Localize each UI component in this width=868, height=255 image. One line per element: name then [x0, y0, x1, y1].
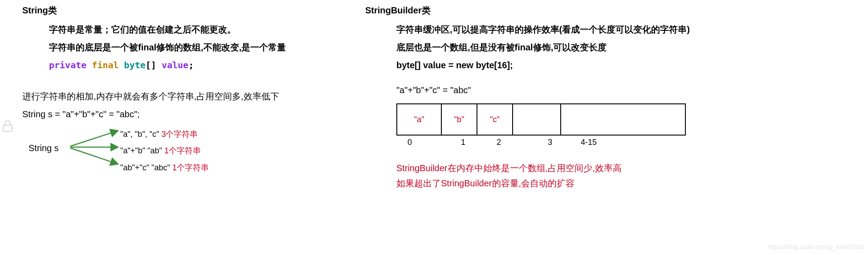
keyword-final: final: [92, 60, 118, 70]
tree-branch-2: "a"+"b" "ab" 1个字符串: [120, 145, 201, 156]
svg-rect-3: [3, 125, 12, 132]
index-0: 0: [396, 138, 419, 147]
array-cell-0: "a": [397, 104, 441, 135]
sb-concat-example: "a"+"b"+"c" = "abc": [396, 85, 708, 95]
tree-arrows-svg: [67, 124, 120, 177]
tree-root-label: String s: [29, 143, 59, 153]
code-brackets: []: [146, 60, 156, 70]
index-2: 2: [465, 138, 501, 147]
sb-title: StringBuilder类: [365, 4, 708, 16]
sb-array-diagram: "a" "b" "c" 0 1 2 3 4-15: [396, 103, 708, 147]
array-cell-1: "b": [441, 104, 477, 135]
svg-line-0: [70, 131, 118, 146]
array-cell-2: "c": [477, 104, 513, 135]
sb-code-line: byte[] value = new byte[16];: [396, 58, 708, 72]
string-example: String s = "a"+"b"+"c" = "abc";: [22, 107, 352, 121]
sb-desc-1: 字符串缓冲区,可以提高字符串的操作效率(看成一个长度可以变化的字符串): [396, 23, 708, 36]
sb-notes: StringBuilder在内存中始终是一个数组,占用空间少,效率高 如果超出了…: [396, 160, 708, 191]
code-var: value: [162, 60, 188, 70]
string-desc-1: 字符串是常量；它们的值在创建之后不能更改。: [49, 23, 352, 36]
keyword-byte: byte: [124, 60, 146, 70]
index-4-15: 4-15: [552, 138, 597, 147]
tree-branch-3: "ab"+"c" "abc" 1个字符串: [120, 162, 209, 173]
array-cell-3: [513, 104, 561, 135]
lock-icon: [0, 118, 15, 136]
code-semi: ;: [188, 60, 194, 70]
watermark-text: https://blog.csdn.net/qq_44407005: [768, 243, 864, 251]
string-tree-diagram: String s "a", "b", "c" 3个字符串 "a"+"b" "ab…: [22, 128, 352, 177]
string-desc-2: 字符串的底层是一个被final修饰的数组,不能改变,是一个常量: [49, 41, 352, 54]
sb-note-2: 如果超出了StringBuilder的容量,会自动的扩容: [396, 176, 708, 191]
keyword-private: private: [49, 60, 86, 70]
svg-line-2: [70, 148, 118, 164]
index-1: 1: [419, 138, 465, 147]
array-indices: 0 1 2 3 4-15: [396, 138, 708, 147]
string-section: String类 字符串是常量；它们的值在创建之后不能更改。 字符串的底层是一个被…: [13, 4, 365, 191]
index-3: 3: [501, 138, 552, 147]
sb-desc-2: 底层也是一个数组,但是没有被final修饰,可以改变长度: [396, 41, 708, 54]
string-desc-3: 进行字符串的相加,内存中就会有多个字符串,占用空间多,效率低下: [22, 90, 352, 103]
string-code-line: private final byte[] value;: [49, 58, 352, 72]
array-table: "a" "b" "c": [396, 103, 686, 136]
string-title: String类: [22, 4, 352, 16]
tree-branch-1: "a", "b", "c" 3个字符串: [120, 129, 198, 140]
stringbuilder-section: StringBuilder类 字符串缓冲区,可以提高字符串的操作效率(看成一个长…: [365, 4, 708, 191]
array-cell-rest: [561, 104, 685, 135]
sb-note-1: StringBuilder在内存中始终是一个数组,占用空间少,效率高: [396, 160, 708, 176]
